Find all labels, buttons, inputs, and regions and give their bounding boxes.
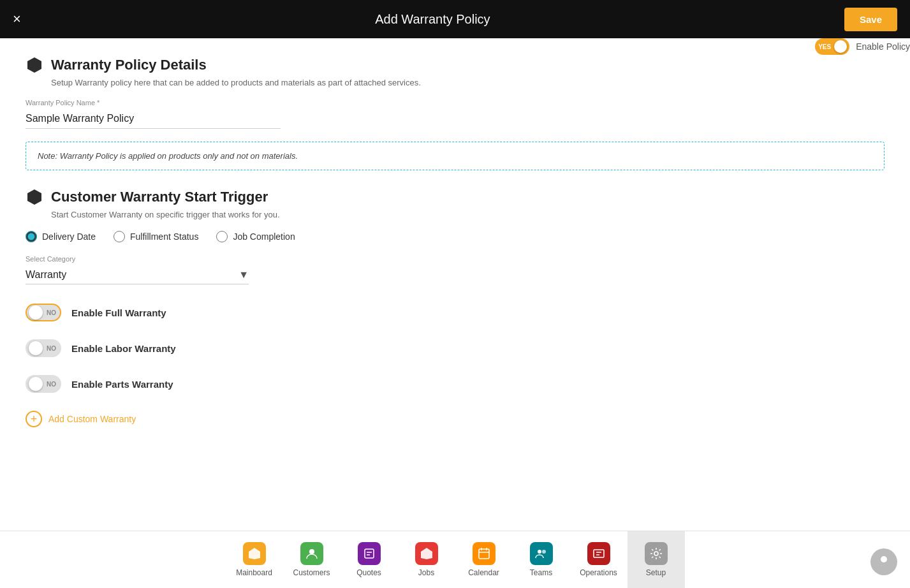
labor-warranty-label: Enable Labor Warranty [71,343,176,354]
policy-name-group: Warranty Policy Name * [26,99,884,129]
setup-icon [645,542,668,565]
nav-item-quotes[interactable]: Quotes [341,531,398,589]
enable-policy-toggle[interactable]: YES [815,38,849,55]
nav-label-operations: Operations [580,568,617,577]
parts-warranty-no-label: NO [47,381,56,388]
full-warranty-toggle[interactable]: NO [26,304,61,321]
radio-fulfillment-status[interactable]: Fulfillment Status [114,231,198,242]
enable-policy-area: YES Enable Policy [815,38,910,55]
nav-item-operations[interactable]: Operations [570,531,627,589]
bottom-navigation: Mainboard Customers Quotes Jobs Calendar… [0,531,910,588]
parts-warranty-row: NO Enable Parts Warranty [26,375,884,393]
full-warranty-no-label: NO [47,309,56,316]
section2-hex-icon [26,188,43,206]
section1-hex-icon [26,56,43,74]
mainboard-icon [243,542,266,565]
nav-item-mainboard[interactable]: Mainboard [226,531,283,589]
nav-item-customers[interactable]: Customers [283,531,341,589]
nav-label-jobs: Jobs [418,568,434,577]
section2-title: Customer Warranty Start Trigger [51,189,268,205]
nav-item-setup[interactable]: Setup [627,531,685,589]
svg-point-11 [881,556,887,562]
svg-point-8 [542,550,546,554]
nav-label-mainboard: Mainboard [236,568,272,577]
save-button[interactable]: Save [844,8,897,31]
customers-icon [300,542,323,565]
add-custom-plus-icon: + [26,411,42,427]
section1-subtitle: Setup Warranty policy here that can be a… [51,78,884,87]
svg-point-10 [654,552,658,555]
full-warranty-row: NO Enable Full Warranty [26,304,884,321]
main-content: YES Enable Policy Warranty Policy Detail… [0,38,910,531]
toggle-yes-label: YES [818,43,831,50]
policy-name-label: Warranty Policy Name * [26,99,884,107]
select-category-wrapper: Warranty Parts Labor ▼ [26,265,249,284]
select-category-label: Select Category [26,255,884,263]
app-header: × Add Warranty Policy Save [0,0,910,38]
nav-item-jobs[interactable]: Jobs [398,531,455,589]
radio-delivery-date-label: Delivery Date [42,232,96,242]
close-button[interactable]: × [13,11,21,27]
trigger-radio-group: Delivery Date Fulfillment Status Job Com… [26,231,884,242]
user-avatar[interactable] [870,548,897,575]
labor-warranty-no-label: NO [47,345,56,352]
teams-icon [530,542,553,565]
page-title: Add Warranty Policy [375,12,490,27]
radio-job-completion-label: Job Completion [233,232,295,242]
select-category-input[interactable]: Warranty Parts Labor [26,265,249,284]
svg-rect-4 [365,549,374,558]
quotes-icon [358,542,381,565]
warranty-details-header: Warranty Policy Details [26,56,884,74]
nav-label-teams: Teams [530,568,552,577]
jobs-icon [415,542,438,565]
operations-icon [587,542,610,565]
radio-fulfillment-status-label: Fulfillment Status [130,232,198,242]
add-custom-warranty-label: Add Custom Warranty [48,414,136,424]
radio-job-completion[interactable]: Job Completion [216,231,295,242]
svg-rect-9 [594,550,604,557]
svg-point-7 [538,550,541,554]
note-box: Note: Warranty Policy is applied on prod… [26,142,884,170]
warranty-trigger-header: Customer Warranty Start Trigger [26,188,884,206]
nav-label-quotes: Quotes [356,568,381,577]
nav-item-calendar[interactable]: Calendar [455,531,513,589]
svg-marker-2 [249,548,260,559]
svg-marker-0 [27,57,41,73]
svg-point-3 [309,549,314,554]
radio-delivery-date[interactable]: Delivery Date [26,231,96,242]
parts-warranty-toggle[interactable]: NO [26,375,61,393]
enable-policy-label: Enable Policy [856,41,910,52]
labor-warranty-row: NO Enable Labor Warranty [26,339,884,357]
svg-marker-1 [27,189,41,205]
svg-marker-5 [421,548,432,559]
full-warranty-label: Enable Full Warranty [71,307,166,318]
svg-rect-6 [479,549,489,559]
policy-name-input[interactable] [26,109,281,129]
nav-label-setup: Setup [646,568,666,577]
section2-subtitle: Start Customer Warranty on specific trig… [51,210,884,219]
select-category-group: Select Category Warranty Parts Labor ▼ [26,255,884,284]
add-custom-warranty-button[interactable]: + Add Custom Warranty [26,411,884,427]
parts-warranty-label: Enable Parts Warranty [71,379,173,390]
section1-title: Warranty Policy Details [51,57,207,73]
nav-item-teams[interactable]: Teams [513,531,570,589]
nav-label-calendar: Calendar [468,568,499,577]
calendar-icon [473,542,495,565]
labor-warranty-toggle[interactable]: NO [26,339,61,357]
nav-label-customers: Customers [293,568,330,577]
